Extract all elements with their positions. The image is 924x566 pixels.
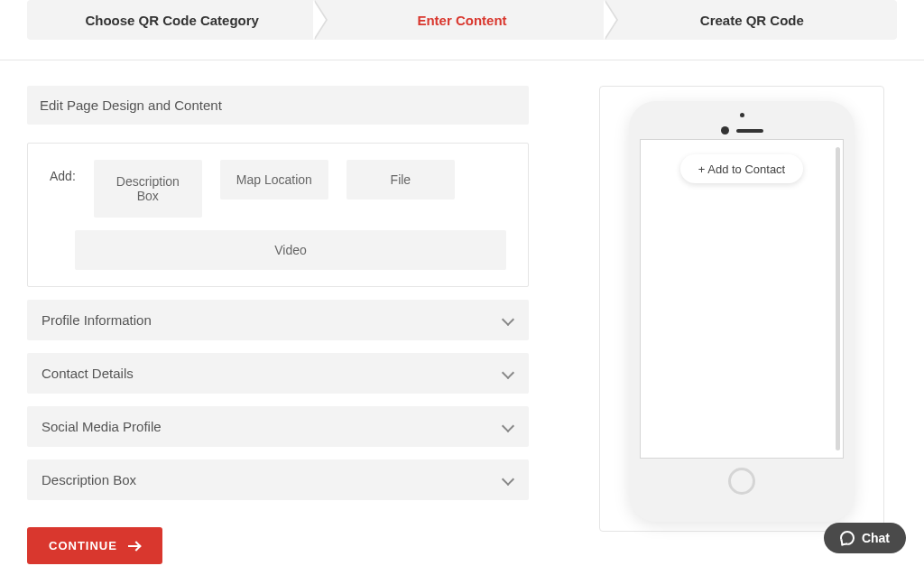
progress-stepper: Choose QR Code Category Enter Content Cr…	[27, 0, 897, 40]
add-chip-description-box[interactable]: Description Box	[94, 160, 202, 218]
step-label: Choose QR Code Category	[85, 13, 259, 28]
phone-home-button-icon	[728, 468, 755, 495]
preview-panel: + Add to Contact	[599, 86, 884, 532]
continue-button[interactable]: CONTINUE	[27, 527, 162, 564]
step-divider	[313, 0, 326, 40]
step-choose-category[interactable]: Choose QR Code Category	[27, 0, 317, 40]
step-divider	[604, 0, 616, 40]
add-chip-file[interactable]: File	[346, 160, 455, 199]
add-chip-map-location[interactable]: Map Location	[220, 160, 328, 199]
phone-top	[640, 112, 844, 135]
add-row: Add: Description Box Map Location File	[50, 160, 506, 218]
accordion-title: Description Box	[42, 472, 136, 487]
accordion-title: Contact Details	[42, 366, 134, 381]
accordion-contact-details[interactable]: Contact Details	[27, 353, 529, 394]
main-content: Edit Page Design and Content Add: Descri…	[0, 60, 924, 564]
phone-speaker-row	[721, 126, 763, 135]
scrollbar[interactable]	[836, 147, 840, 450]
accordion-title: Profile Information	[42, 312, 152, 328]
chevron-down-icon	[502, 314, 514, 327]
step-label: Enter Content	[417, 13, 506, 28]
step-create-qr[interactable]: Create QR Code	[607, 0, 897, 40]
accordion-social-media[interactable]: Social Media Profile	[27, 406, 529, 447]
chevron-down-icon	[502, 421, 514, 433]
chevron-down-icon	[502, 367, 514, 380]
step-enter-content[interactable]: Enter Content	[317, 0, 606, 40]
phone-camera-icon	[740, 113, 744, 117]
chat-label: Chat	[862, 531, 890, 545]
phone-speaker-icon	[736, 129, 763, 133]
add-chip-video[interactable]: Video	[75, 230, 506, 270]
add-box: Add: Description Box Map Location File V…	[27, 143, 529, 287]
phone-screen: + Add to Contact	[640, 139, 844, 459]
add-to-contact-button[interactable]: + Add to Contact	[680, 154, 803, 183]
section-header: Edit Page Design and Content	[27, 86, 529, 125]
step-label: Create QR Code	[700, 13, 804, 28]
chat-icon	[840, 531, 855, 545]
phone-sensor-icon	[721, 126, 729, 135]
left-panel: Edit Page Design and Content Add: Descri…	[27, 86, 529, 564]
chat-widget[interactable]: Chat	[824, 523, 906, 553]
accordion-description-box[interactable]: Description Box	[27, 459, 529, 500]
continue-label: CONTINUE	[49, 539, 117, 552]
arrow-right-icon	[128, 542, 141, 551]
phone-mockup: + Add to Contact	[629, 101, 855, 522]
add-label: Add:	[50, 160, 76, 183]
accordion-title: Social Media Profile	[42, 419, 162, 434]
accordion-profile-info[interactable]: Profile Information	[27, 300, 529, 340]
chevron-down-icon	[502, 474, 514, 487]
